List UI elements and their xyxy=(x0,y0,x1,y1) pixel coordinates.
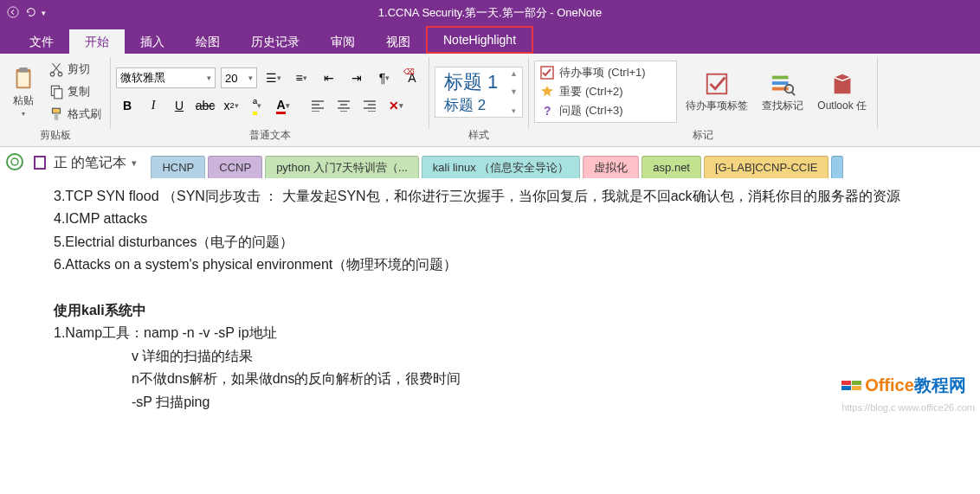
bold-button[interactable]: B xyxy=(116,94,139,117)
page-content[interactable]: 3.TCP SYN flood （SYN同步攻击 ： 大量发起SYN包，和你进行… xyxy=(0,178,980,420)
tab-insert[interactable]: 插入 xyxy=(125,29,180,54)
back-button[interactable] xyxy=(7,6,19,21)
todo-tag-label: 待办事项标签 xyxy=(686,99,748,113)
section-tab-python[interactable]: python 入门7天特训营（... xyxy=(265,156,419,178)
tag-important-label: 重要 (Ctrl+2) xyxy=(559,84,622,99)
tab-file[interactable]: 文件 xyxy=(14,29,69,54)
align-right-button[interactable] xyxy=(358,94,381,117)
svg-text:?: ? xyxy=(544,104,551,118)
section-tab-virtualization[interactable]: 虚拟化 xyxy=(583,156,639,178)
ribbon-tab-strip: 文件 开始 插入 绘图 历史记录 审阅 视图 NoteHighlight xyxy=(0,26,980,54)
tab-draw[interactable]: 绘图 xyxy=(180,29,235,54)
svg-rect-20 xyxy=(35,157,44,168)
number-list-button[interactable]: ≡▾ xyxy=(290,67,313,89)
content-heading: 使用kali系统中 xyxy=(54,299,957,322)
tab-view[interactable]: 视图 xyxy=(371,29,426,54)
tab-history[interactable]: 历史记录 xyxy=(235,29,315,54)
underline-button[interactable]: U xyxy=(168,94,190,117)
svg-rect-9 xyxy=(55,113,59,120)
section-tab-glab[interactable]: [G-LAB]CCNP-CCIE xyxy=(704,156,828,178)
undo-button[interactable] xyxy=(24,6,36,21)
window-title: 1.CCNA Security.第一天.第一部分 - OneNote xyxy=(0,5,980,21)
content-line: 1.Namp工具：namp -n -v -sP ip地址 xyxy=(54,322,957,344)
cut-label: 剪切 xyxy=(68,61,90,77)
group-styles-label: 样式 xyxy=(435,126,523,144)
italic-button[interactable]: I xyxy=(142,94,164,117)
notebook-name: 正 的笔记本 xyxy=(54,154,126,172)
paste-label: 粘贴 xyxy=(13,93,34,108)
clear-formatting-button[interactable]: A⌫ xyxy=(401,67,423,89)
styles-scroll-down[interactable]: ▼ xyxy=(510,87,518,96)
highlight-button[interactable]: ª▾ xyxy=(246,94,268,117)
tag-question[interactable]: ? 问题 (Ctrl+3) xyxy=(537,101,674,120)
section-tab-kali[interactable]: kali linux （信息安全导论） xyxy=(422,156,580,178)
paste-button[interactable]: 粘贴 ▾ xyxy=(5,64,42,119)
cut-button[interactable]: 剪切 xyxy=(45,60,105,79)
group-clipboard: 粘贴 ▾ 剪切 复制 格式刷 剪贴板 xyxy=(0,54,110,146)
group-tags-label: 标记 xyxy=(534,126,872,144)
tab-home[interactable]: 开始 xyxy=(69,29,125,54)
styles-scroll-up[interactable]: ▲ xyxy=(510,69,518,78)
group-tags: 待办事项 (Ctrl+1) 重要 (Ctrl+2) ? 问题 (Ctrl+3) … xyxy=(529,54,877,146)
font-size-value: 20 xyxy=(225,72,237,85)
outlook-tasks-button[interactable]: Outlook 任 xyxy=(812,69,872,115)
tags-gallery[interactable]: 待办事项 (Ctrl+1) 重要 (Ctrl+2) ? 问题 (Ctrl+3) xyxy=(534,61,677,123)
window-titlebar: ▾ 1.CCNA Security.第一天.第一部分 - OneNote xyxy=(0,0,980,26)
styles-gallery[interactable]: 标题 1 标题 2 ▲ ▼ ▾ xyxy=(435,67,523,118)
copy-button[interactable]: 复制 xyxy=(45,82,105,101)
qat-customize-button[interactable]: ▾ xyxy=(42,9,46,17)
chevron-down-icon: ▾ xyxy=(207,74,211,82)
font-name-value: 微软雅黑 xyxy=(120,70,165,86)
todo-tag-button[interactable]: 待办事项标签 xyxy=(680,69,753,115)
indent-button[interactable]: ⇥ xyxy=(345,67,368,89)
section-tabs: HCNP CCNP python 入门7天特训营（... kali linux … xyxy=(151,147,843,178)
watermark-url: https://blog.c www.office26.com xyxy=(841,400,975,415)
align-center-button[interactable] xyxy=(332,94,355,117)
tag-important[interactable]: 重要 (Ctrl+2) xyxy=(537,82,674,101)
svg-rect-7 xyxy=(55,89,62,99)
tag-question-label: 问题 (Ctrl+3) xyxy=(559,103,622,119)
style-heading1[interactable]: 标题 1 xyxy=(444,69,498,95)
format-painter-label: 格式刷 xyxy=(68,106,101,122)
style-heading2[interactable]: 标题 2 xyxy=(444,95,498,115)
font-color-button[interactable]: A▾ xyxy=(272,94,294,117)
copy-label: 复制 xyxy=(68,84,90,99)
find-tags-label: 查找标记 xyxy=(762,99,803,113)
group-font: 微软雅黑 ▾ 20 ▾ ☰▾ ≡▾ ⇤ ⇥ ¶▾ A⌫ B I xyxy=(111,54,429,146)
bullet-list-button[interactable]: ☰▾ xyxy=(262,67,285,89)
svg-point-18 xyxy=(7,154,23,170)
watermark-brand1: Office xyxy=(865,375,914,395)
font-size-combo[interactable]: 20 ▾ xyxy=(221,67,257,88)
tag-todo-label: 待办事项 (Ctrl+1) xyxy=(559,65,645,80)
subscript-button[interactable]: x2▾ xyxy=(220,94,242,117)
delete-button[interactable]: ✕▾ xyxy=(384,94,407,117)
section-tab-ccnp[interactable]: CCNP xyxy=(208,156,262,178)
strikethrough-button[interactable]: abc xyxy=(194,94,216,117)
tag-todo[interactable]: 待办事项 (Ctrl+1) xyxy=(537,63,674,82)
tab-notehighlight[interactable]: NoteHighlight xyxy=(426,26,533,54)
font-name-combo[interactable]: 微软雅黑 ▾ xyxy=(116,67,216,88)
svg-rect-8 xyxy=(53,108,61,113)
content-line: 5.Electrial disturbances（电子的问题） xyxy=(54,231,957,253)
svg-rect-14 xyxy=(772,81,789,85)
tab-review[interactable]: 审阅 xyxy=(315,29,371,54)
align-left-button[interactable] xyxy=(306,94,329,117)
group-font-label: 普通文本 xyxy=(116,126,423,144)
styles-expand[interactable]: ▾ xyxy=(512,106,516,115)
find-tags-button[interactable]: 查找标记 xyxy=(757,69,809,115)
notebook-selector[interactable]: 正 的笔记本 ▾ xyxy=(31,154,137,172)
outdent-button[interactable]: ⇤ xyxy=(318,67,340,89)
sync-icon[interactable] xyxy=(5,152,24,174)
paragraph-button[interactable]: ¶▾ xyxy=(373,67,396,89)
chevron-down-icon: ▾ xyxy=(132,157,137,169)
content-line: v 详细的扫描的结果 xyxy=(54,345,957,368)
chevron-down-icon: ▾ xyxy=(248,74,253,82)
svg-rect-13 xyxy=(772,75,789,79)
section-tab-more[interactable] xyxy=(831,156,843,178)
notebook-bar: 正 的笔记本 ▾ HCNP CCNP python 入门7天特训营（... ka… xyxy=(0,147,980,178)
content-line: n不做dns解析，如果做dns的反向解析的话，很费时间 xyxy=(54,368,957,390)
outlook-tasks-label: Outlook 任 xyxy=(817,99,867,113)
section-tab-aspnet[interactable]: asp.net xyxy=(642,156,701,178)
format-painter-button[interactable]: 格式刷 xyxy=(45,105,105,124)
section-tab-hcnp[interactable]: HCNP xyxy=(151,156,205,178)
